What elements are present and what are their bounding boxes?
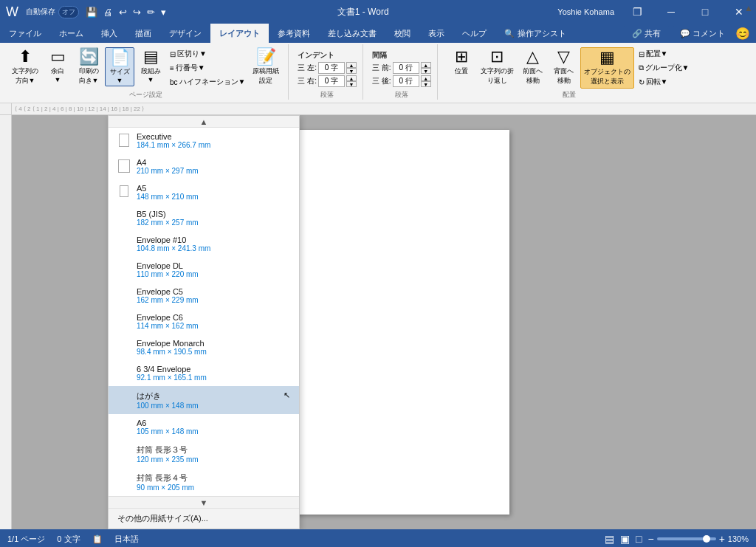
paper-size-env10[interactable]: Envelope #10 104.8 mm × 241.3 mm xyxy=(109,231,299,257)
read-mode-view-button[interactable]: □ xyxy=(636,533,642,545)
spacing-after-input[interactable] xyxy=(393,75,419,87)
customize-qat-icon[interactable]: ▾ xyxy=(159,5,168,19)
autosave-toggle[interactable]: オフ xyxy=(58,6,79,18)
paper-size-hagaki[interactable]: はがき 100 mm × 148 mm ↖ xyxy=(109,386,299,414)
zoom-thumb xyxy=(703,535,710,543)
orientation-icon: 🔄 xyxy=(79,49,99,65)
web-layout-view-button[interactable]: ▣ xyxy=(620,533,630,545)
title-bar-left: W 自動保存 オフ 💾 🖨 ↩ ↪ ✏ ▾ xyxy=(6,4,168,20)
paper-size-executive-text: Executive 184.1 mm × 266.7 mm xyxy=(137,132,210,149)
indent-left-up[interactable]: ▲ xyxy=(346,62,357,68)
margins-icon: ▭ xyxy=(50,49,66,65)
size-button[interactable]: 📄 サイズ▼ xyxy=(105,47,134,86)
autosave-label: 自動保存 xyxy=(26,7,55,17)
tab-insert[interactable]: 挿入 xyxy=(92,24,126,43)
select-pane-button[interactable]: ▦ オブジェクトの選択と表示 xyxy=(580,47,634,89)
align-button[interactable]: ⊟ 配置▼ xyxy=(636,47,693,61)
zoom-out-button[interactable]: − xyxy=(647,533,653,545)
paper-size-futatonaga4[interactable]: 封筒 長形４号 90 mm × 205 mm xyxy=(109,468,299,496)
ribbon-group-margins-content: ⬆ 文字列の方向▼ ▭ 余白▼ 🔄 印刷の向き▼ 📄 サイズ▼ ▤ 段組 xyxy=(9,44,282,89)
emoji-button[interactable]: 😊 xyxy=(735,27,750,41)
more-paper-sizes-button[interactable]: その他の用紙サイズ(A)... xyxy=(109,508,299,529)
ribbon-group-indent: インデント 三 左: ▲ ▼ 三 右: ▲ xyxy=(292,44,363,100)
zoom-slider[interactable] xyxy=(657,537,716,540)
paper-size-b5jis[interactable]: B5 (JIS) 182 mm × 257 mm xyxy=(109,205,299,231)
save-icon[interactable]: 💾 xyxy=(83,5,100,19)
orientation-button[interactable]: 🔄 印刷の向き▼ xyxy=(74,47,103,87)
cursor-indicator: ↖ xyxy=(284,391,290,400)
tab-help[interactable]: ヘルプ xyxy=(453,24,495,43)
redo-icon[interactable]: ↪ xyxy=(131,5,143,19)
indent-right-input[interactable] xyxy=(318,75,345,87)
position-button[interactable]: ⊞ 位置 xyxy=(447,47,476,78)
margins-button[interactable]: ▭ 余白▼ xyxy=(43,47,72,85)
paper-size-futatonaga3[interactable]: 封筒 長形３号 120 mm × 235 mm xyxy=(109,440,299,468)
document-area: ▲ Executive 184.1 mm × 266.7 mm A4 210 m… xyxy=(12,115,756,529)
paper-size-a5[interactable]: A5 148 mm × 210 mm xyxy=(109,179,299,205)
spacing-after-up[interactable]: ▲ xyxy=(421,75,431,81)
status-bar-right: ▤ ▣ □ − + 130% xyxy=(605,533,749,545)
draft-paper-button[interactable]: 📝 原稿用紙設定 xyxy=(250,47,282,87)
paper-size-envc6[interactable]: Envelope C6 114 mm × 162 mm xyxy=(109,309,299,334)
paper-size-envmonarch[interactable]: Envelope Monarch 98.4 mm × 190.5 mm xyxy=(109,334,299,360)
restore-down-button[interactable]: ❐ xyxy=(620,0,654,24)
send-back-button[interactable]: ▽ 背面へ移動 xyxy=(549,47,579,87)
paper-size-a6[interactable]: A6 105 mm × 148 mm xyxy=(109,414,299,440)
scroll-up-button[interactable]: ▲ xyxy=(109,116,299,128)
tab-home[interactable]: ホーム xyxy=(50,24,92,43)
paper-size-a6-text: A6 105 mm × 148 mm xyxy=(137,419,199,436)
paper-size-env634[interactable]: 6 3/4 Envelope 92.1 mm × 165.1 mm xyxy=(109,360,299,386)
tab-layout[interactable]: レイアウト xyxy=(210,24,269,43)
hyphenation-button[interactable]: bc ハイフネーション▼ xyxy=(167,75,248,89)
columns-button[interactable]: ▤ 段組み▼ xyxy=(136,47,165,85)
indent-right-up[interactable]: ▲ xyxy=(346,75,357,81)
indent-right-label: 三 右: xyxy=(298,76,317,86)
tab-references[interactable]: 参考資料 xyxy=(269,24,319,43)
undo-icon[interactable]: ↩ xyxy=(117,5,129,19)
line-numbers-button[interactable]: ≡ 行番号▼ xyxy=(167,61,248,75)
tab-mailings[interactable]: 差し込み文書 xyxy=(319,24,385,43)
spacing-before-input[interactable] xyxy=(393,62,419,74)
spacing-after-down[interactable]: ▼ xyxy=(421,81,431,87)
ribbon-group-spacing-content: 間隔 三 前: ▲ ▼ 三 後: ▲ ▼ xyxy=(372,44,431,89)
spacing-before-up[interactable]: ▲ xyxy=(421,62,431,68)
title-bar: W 自動保存 オフ 💾 🖨 ↩ ↪ ✏ ▾ 文書1 - Word Yoshie … xyxy=(0,0,756,24)
tab-review[interactable]: 校閲 xyxy=(385,24,419,43)
tab-view[interactable]: 表示 xyxy=(419,24,453,43)
tab-design[interactable]: デザイン xyxy=(160,24,210,43)
text-wrap-button[interactable]: ⊡ 文字列の折り返し xyxy=(478,47,517,87)
indent-left-down[interactable]: ▼ xyxy=(346,68,357,74)
rotate-button[interactable]: ↻ 回転▼ xyxy=(636,75,693,89)
paper-size-envdl[interactable]: Envelope DL 110 mm × 220 mm xyxy=(109,257,299,283)
tab-file[interactable]: ファイル xyxy=(0,24,50,43)
print-icon[interactable]: 🖨 xyxy=(101,5,115,19)
draw-icon[interactable]: ✏ xyxy=(145,5,157,19)
paper-size-a4[interactable]: A4 210 mm × 297 mm xyxy=(109,154,299,179)
share-button[interactable]: 🔗 共有 xyxy=(623,26,670,41)
scroll-down-button[interactable]: ▼ xyxy=(109,496,299,508)
line-numbers-icon: ≡ xyxy=(170,64,174,72)
print-layout-view-button[interactable]: ▤ xyxy=(605,533,614,545)
breaks-button[interactable]: ⊟ 区切り▼ xyxy=(167,47,248,61)
paper-icon-a4 xyxy=(117,159,131,173)
indent-left-input[interactable] xyxy=(318,62,345,74)
paper-size-envc5[interactable]: Envelope C5 162 mm × 229 mm xyxy=(109,283,299,309)
position-icon: ⊞ xyxy=(455,49,468,65)
zoom-in-button[interactable]: + xyxy=(719,533,725,545)
minimize-button[interactable]: ─ xyxy=(654,0,688,24)
indent-right-down[interactable]: ▼ xyxy=(346,81,357,87)
spacing-before-down[interactable]: ▼ xyxy=(421,68,431,74)
comment-button[interactable]: 💬 コメント xyxy=(673,26,732,41)
paper-size-envc5-text: Envelope C5 162 mm × 229 mm xyxy=(137,287,199,304)
tab-draw[interactable]: 描画 xyxy=(126,24,160,43)
group-button[interactable]: ⧉ グループ化▼ xyxy=(636,61,693,75)
tab-search[interactable]: 🔍 操作アシスト xyxy=(495,24,575,43)
text-direction-button[interactable]: ⬆ 文字列の方向▼ xyxy=(9,47,41,87)
collapse-ribbon-button[interactable]: ▲ xyxy=(744,3,753,13)
bring-forward-icon: △ xyxy=(526,49,539,65)
paper-size-executive[interactable]: Executive 184.1 mm × 266.7 mm xyxy=(109,128,299,154)
autosave-area: 自動保存 オフ xyxy=(26,6,79,18)
bring-forward-button[interactable]: △ 前面へ移動 xyxy=(518,47,548,87)
maximize-button[interactable]: □ xyxy=(688,0,722,24)
draft-paper-icon: 📝 xyxy=(256,49,276,65)
